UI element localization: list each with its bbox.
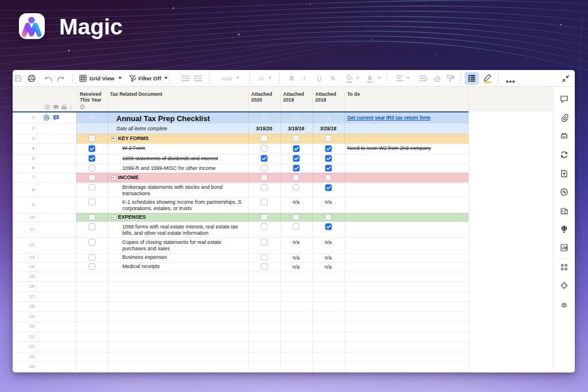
svg-text:f: f bbox=[70, 104, 72, 110]
